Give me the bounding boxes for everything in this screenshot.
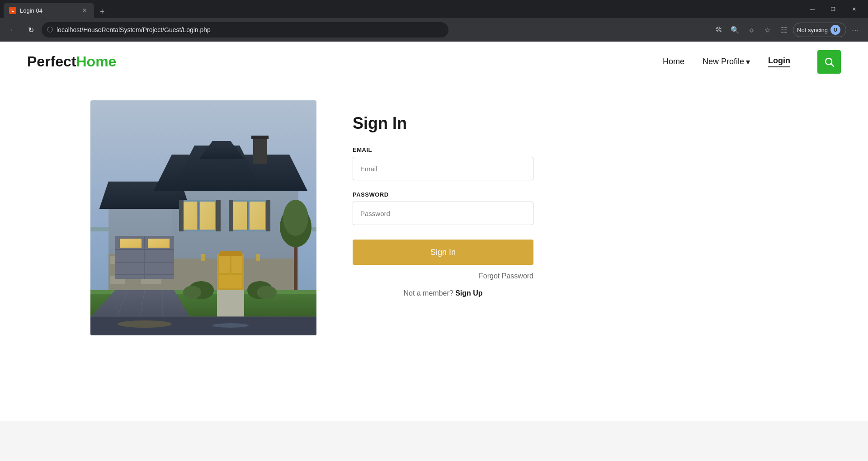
svg-line-1 [831, 64, 834, 66]
profile-button[interactable]: Not syncing U [793, 23, 846, 37]
browser-chrome: L Login 04 ✕ + — ❐ ✕ ← ↻ ⓘ localhost/Hou… [0, 0, 868, 42]
active-tab[interactable]: L Login 04 ✕ [4, 3, 94, 18]
close-button[interactable]: ✕ [844, 0, 864, 18]
refresh-button[interactable]: ↻ [24, 23, 38, 37]
svg-point-64 [257, 286, 277, 299]
nav-new-profile-label: New Profile [703, 57, 744, 66]
svg-point-71 [212, 323, 249, 328]
browser-tabs: L Login 04 ✕ + [4, 0, 108, 18]
address-bar[interactable]: ⓘ localhost/HouseRentalSystem/Project/Gu… [42, 22, 448, 38]
svg-rect-51 [201, 254, 205, 261]
zoom-icon[interactable]: 🔍 [728, 23, 742, 37]
house-image-container [90, 100, 316, 335]
minimize-button[interactable]: — [802, 0, 823, 18]
svg-point-67 [283, 200, 308, 236]
house-image [90, 100, 316, 335]
tab-close-button[interactable]: ✕ [80, 6, 89, 14]
search-button[interactable] [817, 50, 841, 74]
page-content: PerfectHome Home New Profile ▾ Login [0, 42, 868, 421]
svg-rect-46 [219, 256, 230, 273]
svg-rect-44 [266, 200, 270, 231]
site-nav: Home New Profile ▾ Login [663, 50, 841, 74]
svg-rect-38 [232, 202, 248, 230]
svg-rect-35 [200, 202, 215, 230]
tab-favicon: L [9, 7, 16, 14]
site-header: PerfectHome Home New Profile ▾ Login [0, 42, 868, 82]
svg-rect-43 [229, 200, 233, 231]
restore-button[interactable]: ❐ [823, 0, 844, 18]
window-controls: — ❐ ✕ [802, 0, 864, 18]
not-member-label: Not a member? [403, 289, 453, 297]
site-logo[interactable]: PerfectHome [27, 53, 116, 70]
svg-point-49 [227, 271, 231, 275]
svg-rect-32 [148, 239, 170, 248]
back-button[interactable]: ← [5, 23, 20, 37]
signup-link[interactable]: Sign Up [455, 289, 482, 297]
email-input[interactable] [353, 157, 533, 180]
dropdown-chevron-icon: ▾ [746, 57, 750, 67]
not-syncing-label: Not syncing [797, 27, 828, 33]
read-aloud-icon[interactable]: 🛠 [712, 23, 726, 37]
signin-button[interactable]: Sign In [353, 240, 533, 265]
logo-black-part: Perfect [27, 53, 76, 70]
forgot-password-link[interactable]: Forgot Password [353, 272, 533, 280]
toolbar-right: 🛠 🔍 ☼ ☆ ☷ Not syncing U ⋯ [712, 23, 863, 37]
svg-rect-60 [217, 290, 244, 317]
svg-rect-50 [219, 251, 242, 256]
email-form-group: EMAIL [353, 146, 533, 180]
nav-new-profile[interactable]: New Profile ▾ [703, 57, 750, 67]
svg-point-70 [118, 320, 172, 328]
svg-rect-24 [253, 136, 267, 164]
nav-home[interactable]: Home [663, 57, 684, 66]
new-tab-button[interactable]: + [96, 5, 108, 18]
svg-rect-31 [120, 239, 142, 248]
url-text: localhost/HouseRentalSystem/Project/Gues… [57, 26, 211, 33]
email-label: EMAIL [353, 146, 533, 153]
tab-title: Login 04 [20, 7, 77, 14]
svg-point-63 [183, 286, 201, 299]
search-icon [824, 56, 835, 67]
main-content: Sign In EMAIL PASSWORD Sign In Forgot Pa… [0, 82, 868, 353]
browser-titlebar: L Login 04 ✕ + — ❐ ✕ [0, 0, 868, 18]
svg-rect-34 [183, 202, 198, 230]
signin-title: Sign In [353, 114, 533, 133]
svg-rect-41 [179, 200, 184, 231]
signin-panel: Sign In EMAIL PASSWORD Sign In Forgot Pa… [344, 100, 533, 297]
password-label: PASSWORD [353, 191, 533, 198]
browser-menu-button[interactable]: ⋯ [848, 23, 863, 37]
svg-rect-25 [251, 136, 269, 139]
nav-login[interactable]: Login [768, 56, 790, 67]
browser-app-icon[interactable]: ☼ [744, 23, 759, 37]
svg-rect-48 [219, 275, 242, 288]
logo-green-part: Home [76, 53, 117, 70]
favorites-icon[interactable]: ☆ [760, 23, 775, 37]
svg-rect-42 [216, 200, 221, 231]
svg-rect-47 [231, 256, 242, 273]
profile-avatar: U [830, 25, 840, 35]
browser-addressbar: ← ↻ ⓘ localhost/HouseRentalSystem/Projec… [0, 18, 868, 42]
svg-rect-52 [256, 254, 260, 261]
password-form-group: PASSWORD [353, 191, 533, 225]
not-member-text: Not a member? Sign Up [353, 289, 533, 297]
lock-icon: ⓘ [47, 26, 53, 34]
collections-icon[interactable]: ☷ [777, 23, 791, 37]
svg-rect-39 [250, 202, 265, 230]
password-input[interactable] [353, 202, 533, 225]
